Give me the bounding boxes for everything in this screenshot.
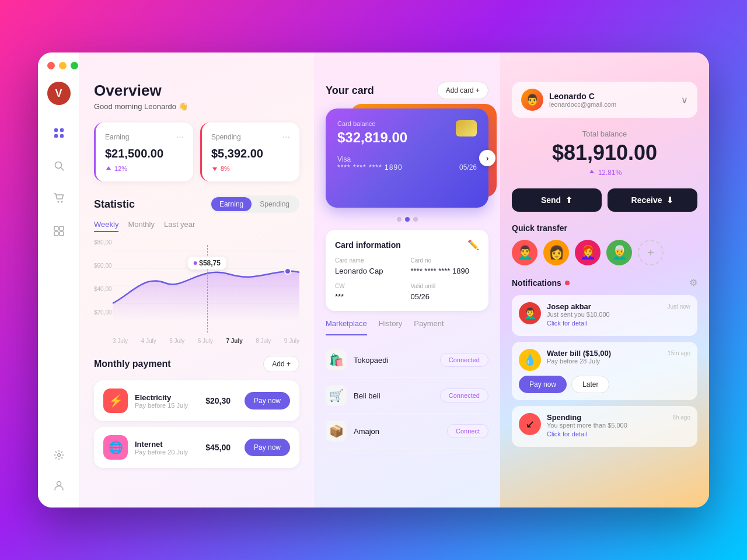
card-number-value: **** **** **** 1890	[411, 267, 469, 275]
balance-change: 12.81%	[512, 169, 697, 177]
spending-card: Spending ··· $5,392.00 8%	[200, 123, 299, 181]
user-header[interactable]: 👨 Leonardo C leonardocc@gmail.com ∨	[512, 82, 697, 118]
card-edit-icon[interactable]: ✏️	[467, 239, 479, 250]
electricity-pay-btn[interactable]: Pay now	[245, 392, 290, 410]
market-item-belibeli: 🛒 Beli beli Connected	[326, 378, 488, 414]
notif-1-header: 👨‍🦱 Josep akbar Just now Just sent you $…	[519, 302, 690, 327]
chart-tab-weekly[interactable]: Weekly	[94, 220, 118, 232]
electricity-info: Electricity Pay before 15 July	[135, 393, 198, 409]
qt-add-btn[interactable]: +	[638, 240, 664, 265]
card-number-label: Card no	[411, 257, 480, 264]
send-btn[interactable]: Send ⬆	[512, 188, 602, 212]
balance-change-value: 12.81%	[598, 169, 622, 177]
card-dot-2[interactable]	[405, 217, 410, 222]
tokopaedi-status[interactable]: Connected	[440, 353, 488, 367]
sidebar-item-search[interactable]	[48, 155, 69, 176]
stat-toggle: Earning Spending	[210, 195, 299, 213]
main-content: Overview Good morning Leonardo 👋 Earning…	[80, 52, 709, 508]
internet-icon: 🌐	[103, 435, 128, 460]
toggle-earning-btn[interactable]: Earning	[211, 197, 252, 211]
sidebar-item-cart[interactable]	[48, 188, 69, 209]
svg-rect-1	[60, 128, 64, 132]
spending-card-header: Spending ···	[211, 132, 290, 142]
earning-menu[interactable]: ···	[176, 132, 184, 142]
notif-item-1: 👨‍🦱 Josep akbar Just now Just sent you $…	[512, 295, 697, 336]
earning-card: Earning ··· $21,500.00 12%	[94, 123, 193, 181]
card-cvv-field: CW ***	[335, 283, 404, 302]
notif-1-name: Josep akbar	[547, 302, 591, 311]
statistic-section: Statistic Earning Spending Weekly Monthl…	[94, 195, 299, 344]
market-tab-marketplace[interactable]: Marketplace	[326, 319, 367, 335]
svg-rect-3	[60, 134, 64, 138]
app-window: V	[38, 52, 709, 508]
earning-card-header: Earning ···	[105, 132, 184, 142]
spending-change: 8%	[211, 165, 290, 172]
electricity-icon: ⚡	[103, 388, 128, 413]
chart-svg	[113, 239, 299, 332]
chart-tab-monthly[interactable]: Monthly	[128, 220, 155, 232]
add-card-btn[interactable]: Add card +	[437, 82, 488, 99]
sidebar-item-grid[interactable]	[48, 123, 69, 144]
stat-cards: Earning ··· $21,500.00 12% Spending ··· …	[94, 123, 299, 181]
card-expiry: 05/26	[459, 163, 477, 172]
svg-point-18	[285, 268, 291, 274]
card-dot-3[interactable]	[413, 217, 418, 222]
notifications-section: Notifications ⚙ 👨‍🦱 Josep akbar Just now	[512, 277, 697, 447]
market-tab-history[interactable]: History	[379, 319, 402, 330]
svg-point-12	[57, 454, 60, 457]
card-footer: Visa **** **** **** 1890 05/26	[337, 155, 477, 172]
card-name-label: Card name	[335, 257, 404, 264]
belibeli-status[interactable]: Connected	[440, 388, 488, 402]
notif-dot	[565, 281, 570, 285]
qt-contact-1[interactable]: 👨‍🦱	[512, 240, 537, 265]
notif-1-link[interactable]: Click for detail	[547, 320, 690, 327]
internet-pay-btn[interactable]: Pay now	[245, 439, 290, 456]
sidebar-item-apps[interactable]	[48, 220, 69, 242]
card-dot-1[interactable]	[397, 217, 402, 222]
minimize-button[interactable]	[59, 62, 67, 69]
notif-2-actions: Pay now Later	[519, 376, 690, 393]
notif-3-content: Spending 6h ago You spent more than $5,0…	[547, 413, 690, 438]
card-info-grid: Card name Leonardo Cap Card no **** ****…	[335, 257, 479, 302]
mp-header: Monthly payment Add +	[94, 356, 299, 372]
sidebar-logo[interactable]: V	[47, 82, 71, 105]
tokopaedi-name: Tokopaedi	[354, 356, 433, 365]
chart-tabs: Weekly Monthly Last year	[94, 220, 299, 232]
market-tab-payment[interactable]: Payment	[414, 319, 444, 330]
internet-due: Pay before 20 July	[135, 449, 198, 456]
notif-settings-icon[interactable]: ⚙	[689, 277, 697, 288]
receive-btn[interactable]: Receive ⬇	[608, 188, 697, 212]
notif-header: Notifications ⚙	[512, 277, 697, 288]
panel-right: 👨 Leonardo C leonardocc@gmail.com ∨ Tota…	[500, 52, 709, 508]
chart-container: $58,75 $80,00 $60,00 $40,00 $20,00	[94, 239, 299, 344]
amajon-status[interactable]: Connect	[447, 424, 488, 438]
notif-3-link[interactable]: Click for detail	[547, 430, 690, 438]
card-nav-btn[interactable]: ›	[479, 150, 495, 166]
chart-tab-lastyear[interactable]: Last year	[164, 220, 195, 232]
notif-2-pay-btn[interactable]: Pay now	[519, 376, 567, 393]
statistic-header: Statistic Earning Spending	[94, 195, 299, 213]
electricity-name: Electricity	[135, 393, 198, 402]
balance-label: Total balance	[512, 130, 697, 138]
mp-add-btn[interactable]: Add +	[263, 356, 299, 372]
card-valid-label: Valid until	[411, 283, 480, 289]
overview-title: Overview	[94, 82, 299, 100]
card-section-header: Your card Add card +	[326, 82, 488, 99]
market-item-amajon: 📦 Amajon Connect	[326, 414, 488, 449]
qt-contact-4[interactable]: 👨‍🦳	[606, 240, 632, 265]
chart-x-labels: 3 July 4 July 5 July 6 July 7 July 8 Jul…	[113, 338, 299, 344]
market-item-tokopaedi: 🛍️ Tokopaedi Connected	[326, 342, 488, 378]
close-button[interactable]	[47, 62, 55, 69]
maximize-button[interactable]	[71, 62, 78, 69]
user-name: Leonardo C	[549, 92, 675, 101]
receive-icon: ⬇	[666, 195, 673, 205]
spending-menu[interactable]: ···	[282, 132, 290, 142]
qt-contact-2[interactable]: 👩	[543, 240, 569, 265]
sidebar-settings-icon[interactable]	[48, 444, 69, 466]
toggle-spending-btn[interactable]: Spending	[252, 197, 298, 211]
your-card-title: Your card	[326, 85, 374, 97]
qt-title: Quick transfer	[512, 223, 697, 233]
sidebar-profile-icon[interactable]	[48, 475, 69, 496]
qt-contact-3[interactable]: 👩‍🦰	[575, 240, 601, 265]
notif-2-later-btn[interactable]: Later	[571, 376, 609, 393]
